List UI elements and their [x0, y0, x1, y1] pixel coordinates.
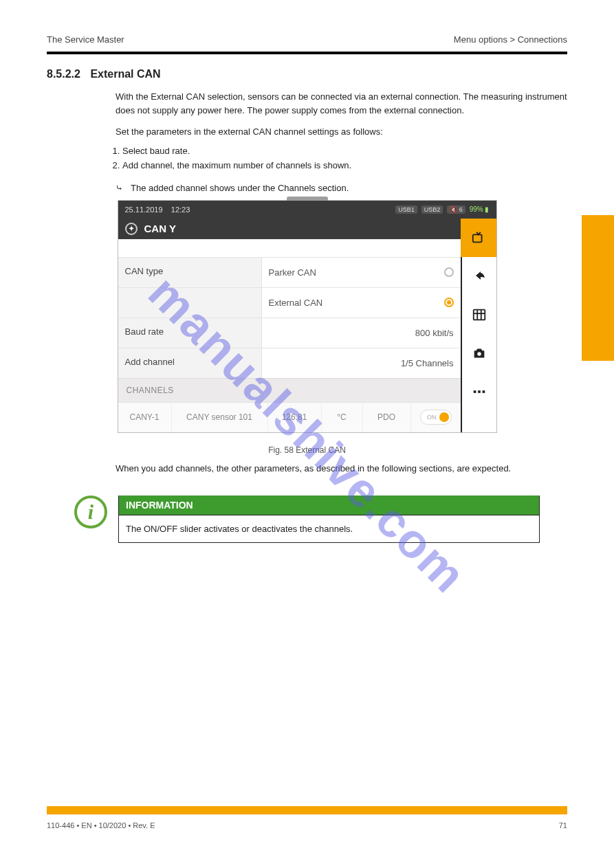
svg-rect-7 [478, 390, 481, 393]
result-line: The added channel shows under the Channe… [47, 183, 567, 193]
device-notch [287, 197, 328, 201]
intro-paragraph-2: Set the parameters in the external CAN c… [47, 125, 567, 139]
step-item: Select baud rate. [122, 146, 567, 156]
svg-rect-0 [472, 234, 481, 242]
page-edge-tab [582, 215, 614, 361]
steps-list: Select baud rate. Add channel, the maxim… [47, 146, 567, 170]
status-time: 12:23 [171, 205, 190, 214]
info-body: The ON/OFF slider activates or deactivat… [119, 515, 539, 542]
svg-rect-1 [473, 309, 485, 320]
footer-bar [47, 806, 567, 814]
channels-header: CHANNELS [118, 378, 461, 402]
toggle-dot-icon [439, 412, 449, 422]
channel-unit: °C [322, 403, 363, 432]
figure-caption: Fig. 58 External CAN [47, 445, 567, 455]
svg-rect-6 [473, 390, 476, 393]
step-item: Add channel, the maximum number of chann… [122, 160, 567, 170]
info-title: INFORMATION [119, 496, 539, 515]
device-screenshot: 25.11.2019 12:23 USB1 USB2 🔇 6 99% ▮ ✦ C… [118, 200, 497, 433]
page-header: The Service Master Menu options > Connec… [47, 34, 567, 45]
globe-icon: ✦ [125, 223, 138, 235]
baud-rate-label: Baud rate [118, 318, 261, 348]
external-can-value: External CAN [269, 298, 323, 308]
channel-row[interactable]: CANY-1 CANY sensor 101 126.81 °C PDO ON [118, 402, 461, 432]
device-sidebar [461, 257, 496, 432]
back-button[interactable] [461, 257, 497, 296]
footer-left: 110-446 • EN • 10/2020 • Rev. E [47, 821, 155, 830]
toggle-label: ON [427, 414, 437, 421]
section-heading: 8.5.2.2 External CAN [47, 68, 567, 80]
channel-mode: PDO [363, 403, 411, 432]
row-can-type[interactable]: CAN type Parker CAN [118, 257, 461, 287]
channel-toggle[interactable]: ON [420, 410, 452, 425]
add-channel-value: 1/5 Channels [401, 358, 454, 368]
record-button[interactable] [461, 219, 496, 257]
section-number: 8.5.2.2 [47, 68, 80, 80]
add-channel-label: Add channel [118, 348, 261, 378]
post-text: When you add channels, the other paramet… [47, 462, 567, 476]
footer-page-number: 71 [559, 821, 567, 830]
info-icon: i [74, 496, 107, 528]
can-type-value: Parker CAN [269, 267, 316, 278]
svg-rect-8 [482, 390, 485, 393]
device-status-bar: 25.11.2019 12:23 USB1 USB2 🔇 6 99% ▮ [118, 201, 496, 219]
camera-button[interactable] [461, 334, 497, 372]
more-button[interactable] [461, 372, 497, 411]
radio-parker-can[interactable] [444, 267, 454, 277]
radio-external-can[interactable] [444, 298, 454, 307]
header-rule [47, 52, 567, 54]
usb2-icon: USB2 [421, 205, 443, 214]
doc-title: The Service Master [47, 34, 124, 45]
channel-id: CANY-1 [118, 403, 172, 432]
status-date: 25.11.2019 [125, 205, 163, 214]
device-main-panel: CAN type Parker CAN External CAN Baud ra… [118, 257, 461, 432]
can-type-label: CAN type [118, 258, 261, 287]
row-external-can[interactable]: External CAN [118, 287, 461, 318]
grid-button[interactable] [461, 296, 497, 334]
info-callout: i INFORMATION The ON/OFF slider activate… [74, 496, 540, 543]
intro-paragraph-1: With the External CAN selection, sensors… [47, 90, 567, 117]
device-title: CAN Y [144, 223, 176, 234]
row-add-channel[interactable]: Add channel 1/5 Channels [118, 348, 461, 378]
page: The Service Master Menu options > Connec… [0, 0, 614, 868]
usb1-icon: USB1 [395, 205, 417, 214]
battery-icon: 99% ▮ [470, 205, 490, 213]
volume-icon: 🔇 6 [447, 205, 465, 214]
device-title-bar: ✦ CAN Y [118, 219, 461, 239]
channel-value: 126.81 [268, 403, 322, 432]
baud-rate-value: 800 kbit/s [415, 328, 454, 338]
svg-point-5 [477, 352, 481, 356]
footer: 110-446 • EN • 10/2020 • Rev. E 71 [47, 821, 567, 830]
breadcrumb: Menu options > Connections [454, 34, 567, 45]
section-title: External CAN [90, 68, 160, 80]
row-baud-rate[interactable]: Baud rate 800 kbit/s [118, 318, 461, 348]
channel-name: CANY sensor 101 [172, 403, 268, 432]
